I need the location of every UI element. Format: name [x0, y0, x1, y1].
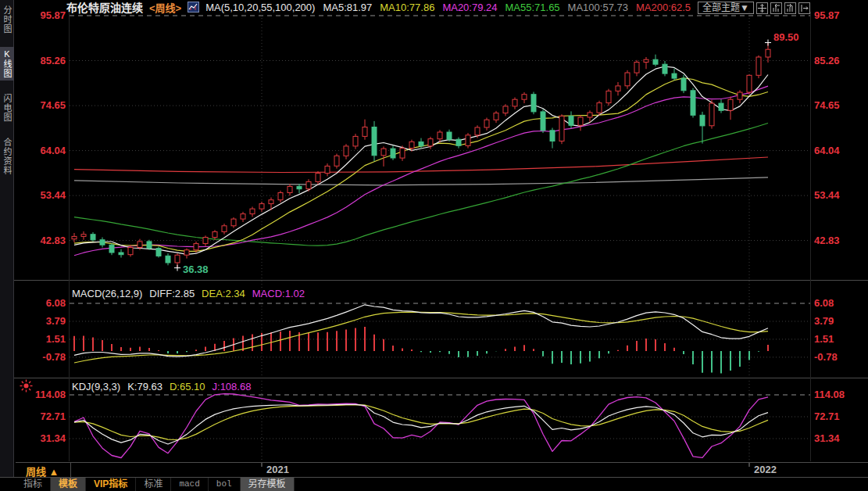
candle [109, 245, 114, 253]
candle [241, 214, 245, 220]
candle [747, 75, 752, 92]
candle [653, 59, 658, 64]
tab-macd[interactable]: macd [171, 478, 208, 491]
candle [203, 238, 208, 244]
candle [325, 166, 330, 173]
candle [288, 186, 292, 192]
candle [419, 142, 423, 145]
candle [625, 73, 630, 86]
candle [409, 142, 414, 148]
candle [466, 135, 470, 146]
candle [644, 59, 648, 62]
candle [363, 127, 367, 137]
candle [569, 116, 573, 125]
candle [428, 139, 433, 146]
candle [728, 99, 733, 110]
candle [503, 106, 508, 113]
candle [766, 49, 770, 57]
candle [316, 174, 320, 182]
candle [372, 127, 377, 156]
candle [344, 146, 348, 156]
period-selector[interactable]: 周线 ▲ [26, 464, 59, 478]
chart-canvas[interactable] [0, 0, 868, 491]
candle [91, 235, 95, 240]
candle [691, 91, 695, 116]
candle [222, 226, 227, 232]
candle [484, 120, 489, 127]
candle [194, 244, 198, 250]
indicator-tabbar: 指标模板VIP指标标准macdbol另存模板 [16, 478, 295, 491]
candle [681, 78, 686, 91]
candle [81, 235, 86, 237]
candle [100, 240, 105, 246]
candle [700, 115, 705, 126]
xaxis-top-border [16, 462, 868, 463]
tab-templates[interactable]: 模板 [51, 478, 86, 491]
candle [559, 116, 564, 141]
candle [400, 149, 405, 159]
tab-indicators[interactable]: 指标 [16, 478, 51, 491]
candle [391, 149, 395, 158]
xaxis-separator [70, 463, 71, 477]
candle [438, 132, 442, 139]
candle [138, 242, 142, 248]
kdj-layer [74, 394, 768, 458]
tab-bol[interactable]: bol [209, 478, 241, 491]
candle [381, 149, 386, 156]
tab-vip-indicators[interactable]: VIP指标 [86, 478, 136, 491]
candle [447, 132, 452, 139]
candle [213, 231, 217, 237]
candle [663, 64, 667, 73]
indicator-settings-icon[interactable] [20, 379, 33, 396]
candle [588, 113, 592, 117]
candle [353, 136, 358, 146]
candle [597, 103, 602, 113]
candle [738, 92, 742, 99]
candle [550, 131, 555, 142]
candle [616, 86, 620, 91]
candle [269, 200, 273, 204]
candle [184, 250, 189, 256]
candle [578, 117, 583, 125]
candles-layer [72, 40, 771, 271]
tab-save-template[interactable]: 另存模板 [241, 478, 295, 491]
candle [306, 181, 311, 188]
candle [334, 156, 339, 166]
candle [475, 127, 480, 135]
candle [156, 249, 161, 256]
candle [756, 57, 761, 75]
candle [494, 113, 498, 120]
gridlines [14, 12, 868, 467]
candle [250, 209, 255, 214]
candle [175, 255, 180, 263]
candle [531, 95, 536, 112]
candle [606, 91, 611, 102]
candle [278, 193, 283, 200]
candle [456, 139, 461, 145]
candle [119, 253, 123, 255]
tab-standard[interactable]: 标准 [136, 478, 171, 491]
candle [297, 186, 302, 188]
candle [513, 99, 517, 106]
candle [522, 95, 527, 100]
candle [634, 63, 639, 73]
candle [672, 73, 677, 78]
candle [259, 204, 264, 210]
candle [709, 103, 714, 126]
trading-app-window: 分时图K线图闪电图合约资料 布伦特原油连续<周线> MA(5,10,20,55,… [0, 0, 868, 491]
candle [541, 112, 545, 131]
candle [166, 256, 170, 263]
ma-lines-layer [74, 66, 768, 256]
candle [72, 236, 77, 238]
candle [231, 219, 236, 226]
candle [147, 242, 152, 249]
candle [128, 248, 133, 255]
candle [719, 103, 723, 110]
